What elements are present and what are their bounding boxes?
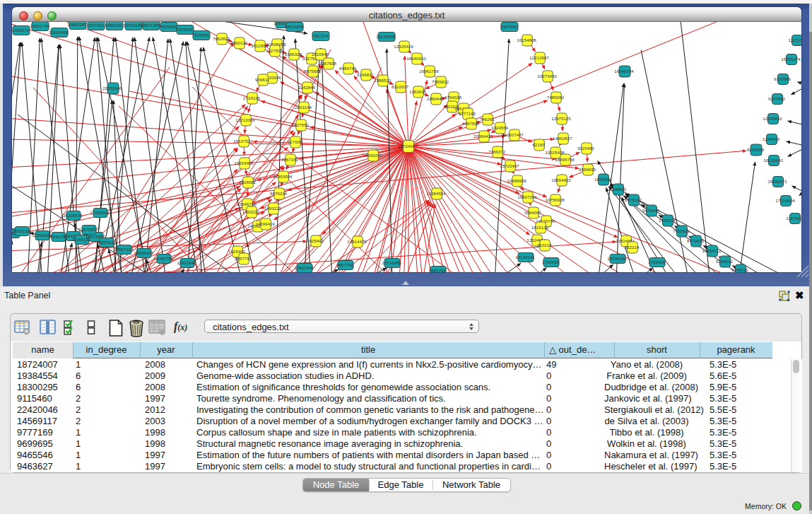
- svg-text:1493222: 1493222: [242, 209, 260, 214]
- svg-text:2718126: 2718126: [243, 95, 261, 100]
- svg-text:1733426: 1733426: [542, 259, 560, 264]
- svg-text:252214: 252214: [537, 243, 552, 247]
- svg-text:14136141: 14136141: [607, 256, 627, 261]
- svg-text:19218506: 19218506: [376, 34, 396, 39]
- svg-text:1493222: 1493222: [264, 206, 282, 211]
- svg-text:9245612: 9245612: [731, 267, 749, 272]
- svg-text:10653809: 10653809: [284, 24, 304, 29]
- svg-text:10756928: 10756928: [545, 197, 565, 202]
- svg-text:14463627: 14463627: [553, 136, 572, 141]
- svg-text:10688609: 10688609: [507, 178, 526, 183]
- svg-text:22053346: 22053346: [102, 86, 122, 90]
- svg-text:9474444: 9474444: [642, 208, 660, 213]
- svg-text:7515526: 7515526: [192, 33, 210, 37]
- svg-text:8660124: 8660124: [230, 40, 248, 45]
- svg-text:15692971: 15692971: [767, 179, 787, 184]
- svg-text:1167533: 1167533: [786, 216, 801, 221]
- svg-text:16782759: 16782759: [153, 256, 173, 261]
- svg-text:9084067: 9084067: [524, 210, 542, 215]
- svg-text:14914479: 14914479: [347, 239, 367, 244]
- svg-text:20691406: 20691406: [49, 30, 69, 35]
- svg-text:15720407: 15720407: [500, 163, 519, 168]
- svg-text:7515526: 7515526: [160, 24, 177, 29]
- svg-text:12975125: 12975125: [551, 116, 571, 121]
- svg-text:1640954: 1640954: [594, 177, 612, 182]
- svg-text:15751074: 15751074: [781, 57, 801, 62]
- svg-text:8938923: 8938923: [609, 187, 627, 192]
- svg-text:3267150: 3267150: [281, 157, 299, 162]
- svg-text:9699695: 9699695: [579, 167, 596, 172]
- svg-text:1024554: 1024554: [491, 125, 509, 130]
- svg-text:1117132: 1117132: [788, 37, 801, 42]
- svg-text:10671355: 10671355: [141, 23, 160, 28]
- svg-text:6497508: 6497508: [462, 121, 480, 126]
- svg-text:3912954: 3912954: [251, 43, 269, 48]
- svg-text:917008: 917008: [288, 139, 302, 144]
- svg-text:2367608: 2367608: [319, 61, 337, 66]
- svg-text:9329966: 9329966: [774, 76, 792, 81]
- svg-text:11353594: 11353594: [273, 174, 293, 179]
- svg-text:939611: 939611: [255, 77, 270, 82]
- svg-text:746266: 746266: [480, 117, 495, 122]
- svg-text:1244419: 1244419: [763, 136, 780, 141]
- svg-text:8675685: 8675685: [304, 69, 322, 74]
- svg-text:14099419: 14099419: [255, 221, 275, 226]
- svg-text:2803144: 2803144: [295, 105, 312, 110]
- svg-text:16648784: 16648784: [614, 69, 634, 74]
- svg-text:1405572: 1405572: [12, 28, 30, 33]
- svg-text:18724007: 18724007: [398, 144, 418, 148]
- svg-text:9457791: 9457791: [429, 268, 447, 272]
- svg-text:10654112: 10654112: [702, 248, 722, 253]
- svg-text:1527602: 1527602: [87, 23, 105, 28]
- svg-text:2935114: 2935114: [659, 218, 676, 223]
- svg-text:18807299: 18807299: [517, 194, 537, 199]
- svg-text:9242848: 9242848: [298, 85, 316, 90]
- svg-text:6794028: 6794028: [445, 95, 462, 100]
- svg-text:8878334: 8878334: [270, 191, 288, 196]
- svg-text:15716485: 15716485: [382, 260, 401, 265]
- svg-text:7357274: 7357274: [312, 33, 329, 38]
- svg-text:1362615: 1362615: [409, 89, 427, 94]
- svg-text:19654923: 19654923: [551, 177, 571, 182]
- svg-text:3915122: 3915122: [13, 228, 30, 233]
- svg-text:9115460: 9115460: [577, 146, 594, 151]
- svg-text:18300295: 18300295: [363, 153, 382, 158]
- svg-text:14136141: 14136141: [515, 255, 535, 259]
- svg-text:17359924: 17359924: [90, 210, 110, 215]
- svg-text:7625402: 7625402: [307, 238, 324, 243]
- svg-text:8454749: 8454749: [339, 66, 357, 71]
- svg-text:7663822: 7663822: [213, 36, 230, 41]
- svg-text:10958107: 10958107: [134, 250, 153, 255]
- svg-text:9327509: 9327509: [266, 48, 283, 53]
- svg-text:12213967: 12213967: [529, 55, 549, 60]
- svg-text:1588520: 1588520: [374, 78, 392, 83]
- svg-text:16640910: 16640910: [406, 56, 426, 61]
- svg-text:9657791: 9657791: [235, 256, 252, 261]
- svg-text:252214: 252214: [625, 245, 640, 250]
- svg-text:9227342: 9227342: [768, 96, 786, 101]
- svg-text:7485063: 7485063: [547, 95, 565, 100]
- svg-text:12093832: 12093832: [763, 116, 782, 121]
- svg-text:16210643: 16210643: [763, 158, 783, 163]
- svg-text:19654982: 19654982: [234, 160, 254, 165]
- svg-text:17957223: 17957223: [114, 247, 134, 252]
- svg-text:1610546: 1610546: [312, 52, 329, 57]
- svg-text:8471676: 8471676: [687, 238, 705, 243]
- svg-text:10653287: 10653287: [67, 22, 87, 27]
- svg-text:9427552: 9427552: [292, 122, 310, 127]
- svg-text:12953135: 12953135: [96, 240, 116, 245]
- svg-text:62160: 62160: [532, 142, 545, 147]
- svg-text:10973493: 10973493: [537, 74, 557, 78]
- svg-text:12213369: 12213369: [235, 117, 255, 122]
- svg-text:7955812: 7955812: [432, 79, 449, 84]
- svg-text:12975857: 12975857: [78, 227, 98, 232]
- svg-text:8466160: 8466160: [105, 23, 123, 28]
- svg-text:7632621: 7632621: [673, 228, 690, 233]
- svg-text:7386372: 7386372: [488, 149, 506, 154]
- svg-text:18495758: 18495758: [555, 157, 575, 162]
- svg-text:13325419: 13325419: [394, 44, 413, 49]
- svg-text:8322037: 8322037: [392, 84, 409, 89]
- svg-text:20206576: 20206576: [63, 213, 83, 218]
- svg-text:9146821: 9146821: [357, 72, 375, 77]
- svg-text:16154808: 16154808: [517, 37, 536, 42]
